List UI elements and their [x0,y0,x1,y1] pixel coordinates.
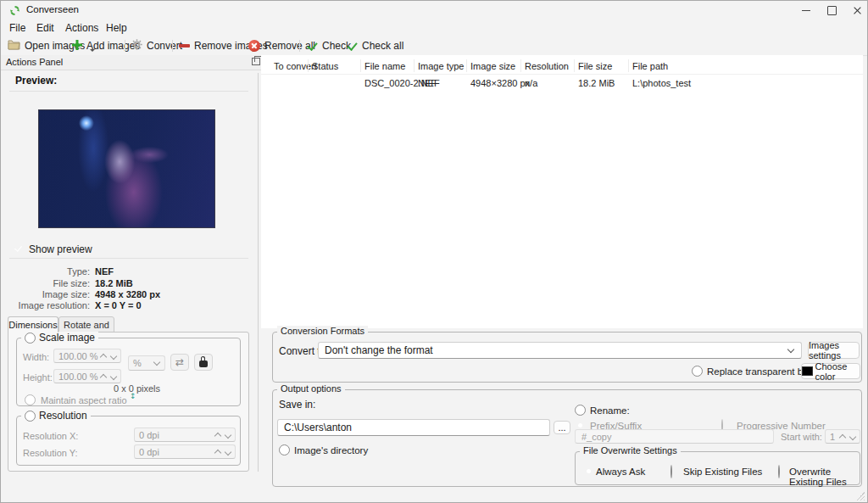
menu-edit[interactable]: Edit [31,20,59,36]
pixels-text: 0 x 0 pixels [114,383,160,394]
minimize-icon [802,10,810,11]
browse-button[interactable]: ... [554,421,570,434]
spin-down-icon[interactable] [225,448,231,455]
row-file-path: L:\photos_test [632,78,691,88]
resolution-x-spinner[interactable]: 0 dpi [134,428,236,442]
tab-dimensions[interactable]: Dimensions [8,316,58,333]
col-resolution[interactable]: Resolution [525,61,569,71]
unit-combobox[interactable]: % [128,355,165,371]
panel-splitter[interactable] [258,73,259,472]
col-to-convert[interactable]: To convert [274,61,317,71]
swap-axis-icon: ⇄ [175,356,184,368]
resolution-x-label: Resolution X: [23,431,78,441]
column-separator [466,59,467,72]
browse-label: ... [558,422,565,433]
toolbar: Open images Add images Convert Remove im… [1,36,868,56]
remove-minus-icon [179,44,190,48]
lock-icon [199,360,208,367]
row-resolution: n/a [525,78,537,88]
column-separator [574,59,575,72]
float-panel-icon[interactable] [252,58,260,65]
spin-up-icon[interactable] [214,433,221,439]
toolbar-separator [172,40,173,52]
menu-file[interactable]: File [4,20,31,36]
images-directory-checkbox[interactable] [279,444,290,455]
menubar: File Edit Actions Help [1,20,868,36]
open-folder-icon [8,39,20,53]
spin-up-icon[interactable] [214,450,221,456]
tab-rotate-and-flip[interactable]: Rotate and flip [58,316,114,333]
spin-down-icon[interactable] [849,433,856,439]
start-with-value: 1 [826,432,840,442]
spin-down-icon[interactable] [110,352,117,359]
window-title: Converseen [26,4,79,14]
images-settings-button[interactable]: Images settings [808,342,860,359]
image-resolution-value: X = 0 Y = 0 [95,300,142,310]
width-spinner[interactable]: 100.00 % [53,349,121,363]
col-image-size[interactable]: Image size [470,61,515,71]
maintain-aspect-ratio-checkbox[interactable] [25,394,36,405]
choose-color-label: Choose color [815,361,860,382]
unit-value: % [129,358,154,368]
app-logo-icon [9,5,20,19]
gear-icon [131,39,142,53]
spin-up-icon[interactable] [839,434,846,441]
resolution-y-value: 0 dpi [135,447,215,457]
rename-pattern-input[interactable]: #_copy [575,429,774,444]
plus-icon [72,40,82,53]
col-file-path[interactable]: File path [632,61,668,71]
height-spinner[interactable]: 100.00 % [53,369,121,383]
close-icon [853,6,862,15]
check-all-label: Check all [362,40,403,52]
resolution-checkbox[interactable] [25,411,36,422]
row-image-type: NEF [418,78,437,88]
replace-transparent-background-checkbox[interactable] [692,366,703,377]
resolution-y-spinner[interactable]: 0 dpi [134,444,236,459]
column-separator [520,59,521,72]
actions-panel-header: Actions Panel [1,55,261,70]
file-overwrite-settings-label: File Overwrite Settings [583,445,677,455]
actions-panel-title: Actions Panel [6,57,63,67]
maximize-button[interactable] [819,2,844,19]
overwrite-existing-files-radio[interactable] [778,465,780,478]
close-button[interactable] [844,2,868,19]
col-image-type[interactable]: Image type [418,61,464,71]
choose-color-button[interactable]: Choose color [801,363,860,379]
save-in-label: Save in: [279,399,315,411]
menu-actions[interactable]: Actions [60,20,103,36]
divider [9,258,248,259]
row-file-size: 18.2 MiB [578,78,615,88]
rename-checkbox[interactable] [575,405,586,416]
col-file-size[interactable]: File size [578,61,612,71]
spin-up-icon[interactable] [100,354,107,360]
swap-dimensions-button[interactable]: ⇄ [170,354,189,371]
format-combobox[interactable]: Don't change the format [318,342,802,359]
skip-existing-files-radio[interactable] [670,465,672,478]
file-size-value: 18.2 MiB [95,278,133,288]
spin-down-icon[interactable] [110,372,117,379]
scale-image-checkbox[interactable] [25,333,36,344]
lock-ratio-button[interactable] [194,354,213,371]
menu-help[interactable]: Help [101,20,132,36]
toolbar-separator [125,40,125,52]
always-ask-label: Always Ask [596,467,645,477]
resize-grip[interactable] [856,492,865,500]
save-in-input[interactable]: C:\Users\anton [277,419,550,436]
resolution-x-value: 0 dpi [135,430,215,440]
file-size-label: File size: [1,278,90,288]
col-file-name[interactable]: File name [364,61,405,71]
check-all-button[interactable]: Check all [343,37,407,54]
header-divider [261,74,863,75]
images-directory-label: Image's directory [294,445,368,455]
check-icon [307,41,318,52]
toolbar-separator [299,40,300,52]
col-status[interactable]: Status [312,61,338,71]
check-all-icon [347,41,358,52]
remove-all-icon [248,40,260,52]
minimize-button[interactable] [793,2,819,19]
start-with-spinner[interactable]: 1 [825,429,860,444]
spin-down-icon[interactable] [225,431,231,438]
preview-label: Preview: [15,75,57,87]
type-value: NEF [95,266,114,277]
spin-up-icon[interactable] [100,374,107,381]
